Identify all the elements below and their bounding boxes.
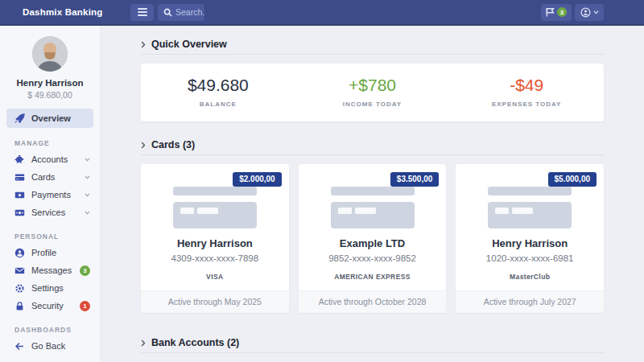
main-content: Quick Overview $49.680 BALANCE +$780 INC…: [101, 26, 644, 362]
sidebar-item-label: Payments: [31, 190, 78, 200]
credit-card-icon: [14, 172, 25, 183]
chevron-down-icon: [85, 193, 90, 197]
sidebar-item-payments[interactable]: Payments: [0, 186, 100, 204]
income-value: +$780: [295, 76, 450, 95]
card-holder-name: Henry Harrison: [141, 237, 289, 249]
card-network: AMERICAN EXPRESS: [299, 273, 447, 281]
section-divider: [141, 352, 604, 353]
balance-label: BALANCE: [141, 101, 295, 108]
section-title: Cards (3): [151, 139, 195, 150]
arrow-left-icon: [14, 341, 25, 352]
credit-card-tile[interactable]: $5.000,00 Henry Harrison 1020-xxxx-xxxx-…: [456, 164, 604, 313]
card-holder-name: Example LTD: [299, 237, 447, 249]
card-active-through: Active through October 2028: [299, 290, 447, 313]
cards-grid: $2.000,00 Henry Harrison 4309-xxxx-xxxx-…: [141, 164, 604, 313]
search-input[interactable]: [175, 7, 204, 17]
section-title: Bank Accounts (2): [151, 337, 239, 348]
sidebar-item-label: Settings: [31, 283, 90, 293]
section-divider: [141, 54, 604, 55]
sidebar-item-label: Security: [31, 301, 73, 311]
stat-income-today: +$780 INCOME TODAY: [295, 64, 450, 121]
card-network: VISA: [141, 273, 289, 281]
user-menu-button[interactable]: [575, 4, 604, 21]
search-bar[interactable]: [158, 4, 204, 21]
user-circle-icon: [14, 248, 25, 258]
card-holder-name: Henry Harrison: [456, 237, 604, 249]
sidebar-item-services[interactable]: Services: [0, 204, 100, 221]
sidebar-section-personal: PERSONAL: [0, 221, 100, 244]
card-amount-badge: $2.000,00: [233, 172, 282, 187]
card-active-through: Active through May 2025: [141, 290, 289, 313]
card-amount-badge: $5.000,00: [548, 172, 597, 187]
notifications-button[interactable]: 3: [541, 4, 572, 21]
stat-expenses-today: -$49 EXPENSES TODAY: [449, 64, 604, 121]
sidebar-item-cards[interactable]: Cards: [0, 168, 100, 186]
sidebar-item-label: Profile: [31, 248, 90, 257]
card-number: 1020-xxxx-xxxx-6981: [456, 253, 604, 263]
money-bill-icon: [14, 190, 25, 200]
chevron-right-icon: [141, 339, 146, 347]
sidebar-item-overview[interactable]: Overview: [6, 109, 93, 128]
section-header-quick-overview[interactable]: Quick Overview: [141, 39, 604, 50]
sidebar-item-security[interactable]: Security 1: [0, 297, 100, 315]
expenses-value: -$49: [449, 76, 604, 95]
card-amount-badge: $3.500,00: [390, 172, 440, 187]
sidebar-item-profile[interactable]: Profile: [0, 244, 100, 261]
flag-icon: [546, 7, 555, 17]
credit-card-graphic-icon: [299, 187, 447, 228]
cash-icon: [14, 208, 25, 218]
income-label: INCOME TODAY: [295, 101, 450, 108]
section-divider: [141, 154, 604, 155]
user-circle-icon: [580, 7, 591, 18]
sidebar-user-name: Henry Harrison: [0, 78, 100, 88]
chevron-down-icon: [85, 158, 90, 162]
sidebar-item-label: Go Back: [31, 341, 90, 351]
lock-icon: [14, 301, 25, 311]
sidebar-item-settings[interactable]: Settings: [0, 279, 100, 297]
sidebar-item-label: Messages: [31, 265, 73, 275]
credit-card-graphic-icon: [141, 187, 289, 228]
credit-card-tile[interactable]: $2.000,00 Henry Harrison 4309-xxxx-xxxx-…: [141, 164, 289, 313]
sidebar-section-dashboards: DASHBOARDS: [0, 315, 100, 337]
brand-title: Dashmix Banking: [0, 7, 130, 17]
top-header: Dashmix Banking 3: [0, 0, 644, 26]
sidebar-item-messages[interactable]: Messages 3: [0, 261, 100, 279]
piggy-bank-icon: [14, 154, 25, 165]
card-number: 9852-xxxx-xxxx-9852: [299, 253, 447, 263]
stat-balance: $49.680 BALANCE: [141, 64, 295, 121]
sidebar-item-label: Services: [31, 208, 78, 217]
section-header-bank-accounts[interactable]: Bank Accounts (2): [141, 337, 604, 348]
quick-overview-panel: $49.680 BALANCE +$780 INCOME TODAY -$49 …: [141, 64, 604, 121]
chevron-right-icon: [141, 41, 146, 48]
card-number: 4309-xxxx-xxxx-7898: [141, 253, 289, 263]
avatar[interactable]: [32, 36, 68, 72]
search-icon: [163, 8, 172, 17]
section-title: Quick Overview: [151, 39, 227, 50]
chevron-right-icon: [141, 142, 146, 149]
chevron-down-icon: [593, 10, 599, 14]
card-active-through: Active through July 2027: [456, 290, 604, 313]
hamburger-icon: [138, 8, 147, 16]
messages-count-badge: 3: [80, 265, 90, 276]
envelope-icon: [14, 265, 25, 276]
sidebar-item-accounts[interactable]: Accounts: [0, 150, 100, 168]
rocket-icon: [14, 113, 25, 124]
balance-value: $49.680: [141, 76, 295, 95]
credit-card-graphic-icon: [456, 187, 604, 228]
expenses-label: EXPENSES TODAY: [449, 101, 604, 108]
gear-icon: [14, 283, 25, 294]
security-count-badge: 1: [80, 301, 90, 311]
chevron-down-icon: [85, 211, 90, 215]
sidebar-toggle-button[interactable]: [130, 4, 154, 21]
credit-card-tile[interactable]: $3.500,00 Example LTD 9852-xxxx-xxxx-985…: [299, 164, 447, 313]
card-network: MasterClub: [456, 273, 604, 281]
sidebar-item-go-back[interactable]: Go Back: [0, 337, 100, 355]
sidebar-user-balance: $ 49.680,00: [0, 90, 100, 100]
notifications-count-badge: 3: [557, 7, 567, 17]
section-header-cards[interactable]: Cards (3): [141, 139, 604, 150]
sidebar: Henry Harrison $ 49.680,00 Overview MANA…: [0, 26, 101, 362]
sidebar-section-manage: MANAGE: [0, 128, 100, 150]
sidebar-item-label: Accounts: [31, 154, 78, 164]
sidebar-item-label: Cards: [31, 172, 78, 182]
sidebar-item-label: Overview: [31, 113, 93, 123]
